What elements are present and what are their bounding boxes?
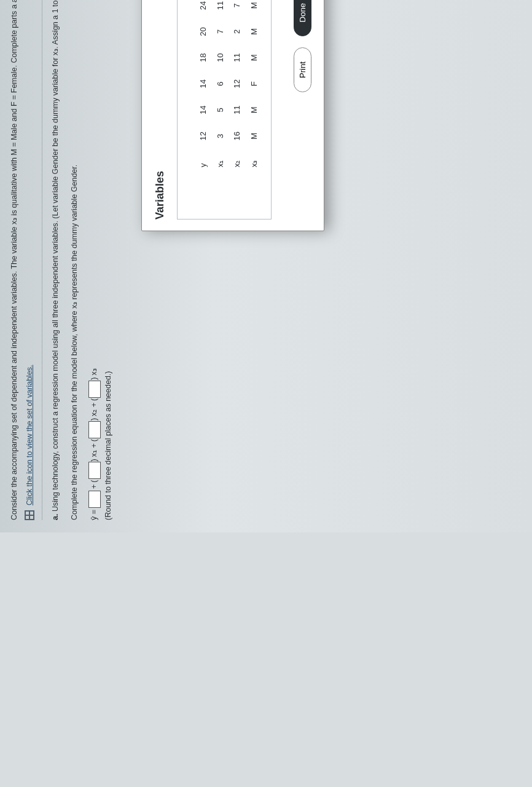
print-button[interactable]: Print [294, 47, 311, 92]
data-table-frame: y 12 14 14 18 20 24 26 32 x₁ 3 5 6 [177, 0, 272, 219]
cell: 14 [195, 97, 212, 123]
b3-input[interactable] [88, 381, 101, 398]
table-row: x₃ M M F M M M M F [246, 0, 263, 176]
cell: F [246, 71, 263, 97]
cell: 12 [229, 71, 246, 97]
variables-modal: Variables y 12 14 14 18 20 24 26 32 [141, 0, 324, 231]
y-hat-label: ŷ = [88, 510, 100, 520]
part-a-label: a. [51, 514, 60, 520]
cell: 12 [195, 123, 212, 149]
row-label: y [195, 149, 212, 176]
cell: 16 [229, 123, 246, 149]
cell: 10 [212, 45, 229, 71]
complete-regression-text: Complete the regression equation for the… [69, 0, 80, 520]
cell: 20 [195, 18, 212, 44]
cell: M [246, 18, 263, 44]
table-row: x₂ 16 11 12 11 2 7 7 4 [229, 0, 246, 176]
table-row: y 12 14 14 18 20 24 26 32 [195, 0, 212, 176]
cell: 14 [195, 71, 212, 97]
cell: 18 [195, 45, 212, 71]
cell: 7 [229, 0, 246, 18]
row-label: x₂ [229, 149, 246, 176]
table-row: x₁ 3 5 6 10 7 11 16 20 [212, 0, 229, 176]
cell: M [246, 45, 263, 71]
divider [42, 0, 42, 520]
regression-equation: ŷ = + x₁ + x₂ + x₃ [88, 0, 101, 520]
cell: 5 [212, 97, 229, 123]
cell: 6 [212, 71, 229, 97]
cell: 7 [212, 18, 229, 44]
cell: M [246, 97, 263, 123]
cell: 11 [212, 0, 229, 18]
rounding-note: (Round to three decimal places as needed… [103, 0, 114, 520]
b1-input[interactable] [88, 462, 101, 479]
row-label: x₃ [246, 149, 263, 176]
view-variables-link[interactable]: Click the icon to view the set of variab… [24, 365, 36, 505]
b2-input[interactable] [88, 421, 101, 438]
cell: M [246, 123, 263, 149]
cell: 2 [229, 18, 246, 44]
data-table-icon[interactable] [25, 510, 34, 520]
problem-intro: Consider the accompanying set of depende… [9, 0, 20, 520]
cell: 11 [229, 97, 246, 123]
row-label: x₁ [212, 149, 229, 176]
cell: M [246, 0, 263, 18]
part-a-text: a. Using technology, construct a regress… [50, 0, 61, 520]
done-button[interactable]: Done [294, 0, 311, 36]
modal-title: Variables [152, 0, 168, 219]
variables-table: y 12 14 14 18 20 24 26 32 x₁ 3 5 6 [195, 0, 262, 176]
cell: 24 [195, 0, 212, 18]
cell: 11 [229, 45, 246, 71]
intercept-input[interactable] [88, 491, 101, 508]
cell: 3 [212, 123, 229, 149]
